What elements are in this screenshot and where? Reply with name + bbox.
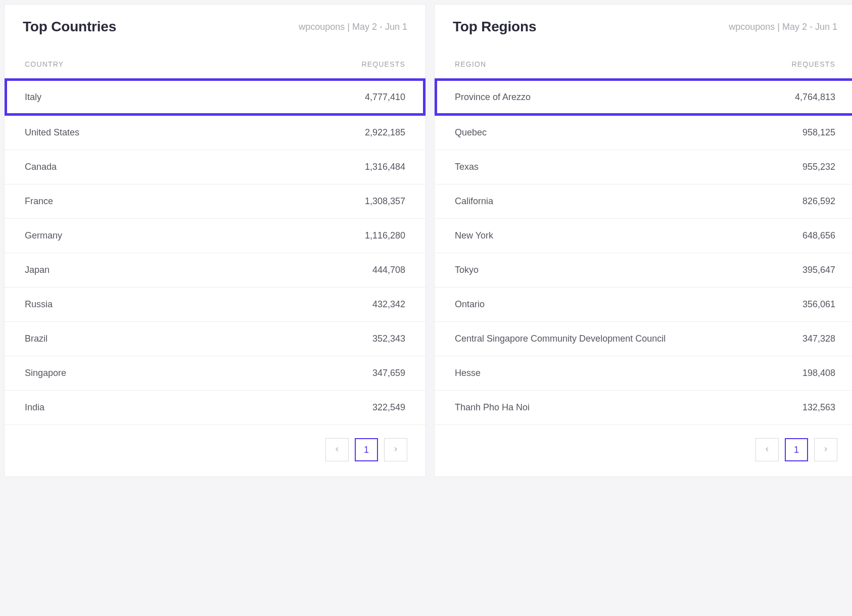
table-row[interactable]: Central Singapore Community Development … — [435, 322, 852, 356]
pager-page-1-button[interactable]: 1 — [355, 438, 378, 461]
table-row[interactable]: United States2,922,185 — [5, 116, 425, 150]
row-value: 322,549 — [372, 402, 405, 413]
row-name: California — [455, 196, 493, 207]
chevron-left-icon — [334, 445, 341, 455]
table-row[interactable]: Singapore347,659 — [5, 356, 425, 391]
row-value: 1,316,484 — [365, 162, 405, 172]
table-row[interactable]: Japan444,708 — [5, 253, 425, 288]
row-name: Singapore — [25, 368, 66, 378]
row-value: 356,061 — [802, 299, 835, 310]
pager: 1 — [5, 425, 425, 477]
table-row[interactable]: Texas955,232 — [435, 150, 852, 184]
row-name: Ontario — [455, 299, 485, 310]
pager-next-button[interactable] — [384, 438, 407, 461]
panel-meta: wpcoupons | May 2 - Jun 1 — [729, 22, 837, 32]
pager-page-1-button[interactable]: 1 — [785, 438, 808, 461]
table-row[interactable]: Thanh Pho Ha Noi132,563 — [435, 391, 852, 425]
row-name: Canada — [25, 162, 57, 172]
row-value: 352,343 — [372, 334, 405, 344]
table-row[interactable]: Canada1,316,484 — [5, 150, 425, 184]
chevron-right-icon — [392, 445, 399, 455]
table-row[interactable]: Italy4,777,410 — [5, 78, 425, 116]
col-requests: REQUESTS — [361, 60, 405, 68]
panel-header: Top Regions wpcoupons | May 2 - Jun 1 — [435, 5, 852, 49]
row-name: Italy — [25, 92, 41, 103]
row-name: India — [25, 402, 44, 413]
top-countries-panel: Top Countries wpcoupons | May 2 - Jun 1 … — [4, 4, 426, 477]
col-country: COUNTRY — [25, 60, 64, 68]
row-name: Hesse — [455, 368, 481, 378]
table-row[interactable]: Tokyo395,647 — [435, 253, 852, 288]
countries-rows: Italy4,777,410United States2,922,185Cana… — [5, 80, 425, 425]
regions-rows: Province of Arezzo4,764,813Quebec958,125… — [435, 80, 852, 425]
table-row[interactable]: New York648,656 — [435, 219, 852, 253]
table-row[interactable]: Brazil352,343 — [5, 322, 425, 356]
table-row[interactable]: Russia432,342 — [5, 288, 425, 322]
panel-title: Top Countries — [23, 19, 116, 35]
row-name: Central Singapore Community Development … — [455, 334, 666, 344]
row-value: 1,116,280 — [365, 230, 405, 241]
row-value: 2,922,185 — [365, 127, 405, 138]
row-name: Brazil — [25, 334, 48, 344]
table-row[interactable]: France1,308,357 — [5, 184, 425, 219]
row-value: 444,708 — [372, 265, 405, 275]
panel-header: Top Countries wpcoupons | May 2 - Jun 1 — [5, 5, 425, 49]
pager-next-button[interactable] — [814, 438, 837, 461]
pager-page-label: 1 — [364, 445, 369, 455]
panel-meta: wpcoupons | May 2 - Jun 1 — [299, 22, 407, 32]
table-row[interactable]: Germany1,116,280 — [5, 219, 425, 253]
col-requests: REQUESTS — [791, 60, 835, 68]
row-value: 432,342 — [372, 299, 405, 310]
chevron-right-icon — [822, 445, 829, 455]
table-row[interactable]: Hesse198,408 — [435, 356, 852, 391]
chevron-left-icon — [764, 445, 771, 455]
table-row[interactable]: India322,549 — [5, 391, 425, 425]
pager: 1 — [435, 425, 852, 477]
table-header: REGION REQUESTS — [435, 49, 852, 80]
row-name: France — [25, 196, 53, 207]
col-region: REGION — [455, 60, 486, 68]
row-value: 1,308,357 — [365, 196, 405, 207]
row-value: 826,592 — [802, 196, 835, 207]
pager-prev-button[interactable] — [755, 438, 779, 461]
pager-page-label: 1 — [794, 445, 799, 455]
table-row[interactable]: California826,592 — [435, 184, 852, 219]
row-name: Tokyo — [455, 265, 479, 275]
row-name: Thanh Pho Ha Noi — [455, 402, 530, 413]
top-regions-panel: Top Regions wpcoupons | May 2 - Jun 1 RE… — [434, 4, 852, 477]
table-row[interactable]: Quebec958,125 — [435, 116, 852, 150]
row-value: 4,764,813 — [795, 92, 835, 103]
row-value: 347,659 — [372, 368, 405, 378]
row-value: 958,125 — [802, 127, 835, 138]
row-value: 4,777,410 — [365, 92, 405, 103]
pager-prev-button[interactable] — [325, 438, 349, 461]
table-row[interactable]: Province of Arezzo4,764,813 — [435, 78, 852, 116]
row-value: 132,563 — [802, 402, 835, 413]
row-name: Russia — [25, 299, 53, 310]
panel-title: Top Regions — [453, 19, 536, 35]
row-value: 955,232 — [802, 162, 835, 172]
row-name: New York — [455, 230, 493, 241]
row-name: Japan — [25, 265, 50, 275]
row-name: Quebec — [455, 127, 487, 138]
row-name: United States — [25, 127, 79, 138]
row-name: Texas — [455, 162, 479, 172]
table-row[interactable]: Ontario356,061 — [435, 288, 852, 322]
row-name: Germany — [25, 230, 62, 241]
row-value: 395,647 — [802, 265, 835, 275]
row-value: 347,328 — [802, 334, 835, 344]
row-value: 648,656 — [802, 230, 835, 241]
row-value: 198,408 — [802, 368, 835, 378]
row-name: Province of Arezzo — [455, 92, 531, 103]
table-header: COUNTRY REQUESTS — [5, 49, 425, 80]
